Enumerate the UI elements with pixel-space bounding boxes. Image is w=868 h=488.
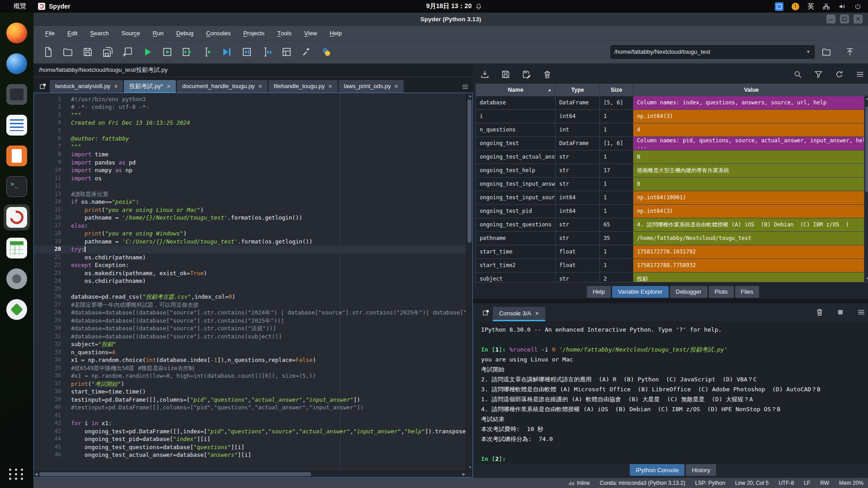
variable-value[interactable]: 4 — [633, 123, 868, 136]
variable-row[interactable]: ongoing_test_actual_answerstr1B — [476, 150, 868, 164]
browse-tabs-icon[interactable] — [36, 80, 50, 93]
run-file-button[interactable] — [139, 44, 156, 60]
maximize-pane-button[interactable] — [278, 44, 295, 60]
editor-tab[interactable]: laws_print_ods.py× — [339, 80, 404, 93]
menu-debug[interactable]: Debug — [170, 26, 200, 40]
close-icon[interactable]: × — [535, 310, 539, 317]
code-line[interactable]: 39testinput=pd.DataFrame([],columns=["pi… — [34, 396, 472, 404]
code-line[interactable]: 44 ongoing_test_pid=database["index"][i] — [34, 435, 472, 443]
search-button[interactable] — [791, 67, 805, 82]
variable-row[interactable]: ongoing_testDataFrame[1, 6]Column names:… — [476, 136, 868, 150]
status-conda-miniconda3-python-3-13-2-[interactable]: Conda: miniconda3 (Python 3.13.2) — [600, 480, 685, 486]
variable-value[interactable]: Column names: index, questions, answers,… — [633, 96, 868, 109]
code-line[interactable]: 3""" — [34, 111, 472, 119]
code-line[interactable]: 17else: — [34, 222, 472, 230]
run-cell-button[interactable] — [159, 44, 175, 60]
code-line[interactable]: 40#testinput=pd.DataFrame([],columns=["p… — [34, 404, 472, 412]
power-icon[interactable] — [854, 3, 862, 10]
dock-item-web-browser[interactable] — [4, 51, 30, 77]
code-line[interactable]: 43 ongoing_test=pd.DataFrame([],index=["… — [34, 427, 472, 436]
title-bar[interactable]: Spyder (Python 3.13) — [33, 13, 868, 26]
save-all-button[interactable] — [99, 44, 116, 60]
tab-plots[interactable]: Plots — [709, 286, 734, 298]
network-icon[interactable] — [822, 3, 830, 10]
variable-row[interactable]: ongoing_test_input_answerstr1B — [476, 177, 868, 191]
variable-row[interactable]: n_questionsint14 — [476, 123, 868, 136]
editor-tab[interactable]: 投顧考試.py*× — [124, 80, 176, 93]
refresh-button[interactable] — [832, 67, 847, 82]
variable-row[interactable]: ongoing_test_helpstr17後兩種是大型主機內建的專有作業系統 — [476, 164, 868, 177]
editor-tab[interactable]: filehandle_tougu.py× — [269, 80, 338, 93]
app-grid-button[interactable] — [9, 469, 24, 480]
variable-row[interactable]: pathnamestr35/home/fattabby/Nextcloud/to… — [476, 231, 868, 245]
editor-horizontal-scrollbar[interactable]: ◀ ▶ — [34, 471, 472, 477]
new-file-button[interactable] — [40, 44, 56, 60]
editor-tab[interactable]: twstock_analysis6.py× — [50, 80, 123, 93]
dock-item-document-writer[interactable] — [4, 112, 30, 138]
tab-ipython-console[interactable]: IPython Console — [630, 464, 684, 476]
code-line[interactable]: 25 — [34, 285, 472, 293]
code-line[interactable]: 29#database=database[(database["source"]… — [34, 317, 472, 325]
code-line[interactable]: 31#database=database[(database["source"]… — [34, 333, 472, 341]
menu-edit[interactable]: Edit — [61, 26, 84, 40]
browse-directory-button[interactable] — [818, 44, 835, 60]
debug-file-button[interactable] — [219, 44, 235, 60]
variable-value[interactable]: 1758172788.7758932 — [633, 259, 868, 272]
variable-row[interactable]: iint641np.int64(3) — [476, 109, 868, 123]
code-line[interactable]: 18 print("you are using Windows") — [34, 230, 472, 238]
console-tab[interactable]: Console 3/A × — [493, 307, 545, 320]
close-icon[interactable]: × — [395, 83, 398, 90]
import-data-button[interactable] — [477, 67, 492, 82]
variable-value[interactable]: 4. 請問哪種作業系統是自由軟體授權 (A) iOS (B) Debian (C… — [633, 218, 868, 231]
dock-item-firefox[interactable] — [4, 20, 30, 46]
code-line[interactable]: 41 — [34, 412, 472, 420]
save-button[interactable] — [80, 44, 96, 60]
run-selection-button[interactable] — [199, 44, 215, 60]
code-line[interactable]: 32subject="投顧" — [34, 340, 472, 348]
code-line[interactable]: 12 — [34, 182, 472, 190]
minimize-button[interactable] — [826, 14, 835, 23]
variable-value[interactable]: np.int64(3) — [633, 205, 868, 218]
debug-cell-button[interactable] — [239, 44, 255, 60]
code-line[interactable]: 15 print("you are using Linux or Mac") — [34, 206, 472, 214]
code-line[interactable]: 46 ongoing_test_actual_answer=database["… — [34, 451, 472, 459]
code-line[interactable]: 4Created on Fri Dec 13 16:13:25 2024 — [34, 119, 472, 127]
python-env-button[interactable] — [318, 44, 335, 60]
code-line[interactable]: 14if os.name=="posix": — [34, 198, 472, 206]
dock-item-libreoffice[interactable] — [4, 143, 30, 169]
dock-item-file-manager[interactable] — [4, 81, 30, 108]
menu-projects[interactable]: Projects — [237, 26, 271, 40]
variable-value[interactable]: /home/fattabby/Nextcloud/tougu_test — [633, 232, 868, 245]
variable-row[interactable]: start_timefloat11758172778.1031792 — [476, 245, 868, 258]
code-line[interactable]: 2# -*- coding: utf-8 -*- — [34, 103, 472, 111]
code-editor[interactable]: 1#!/usr/bin/env python32# -*- coding: ut… — [33, 93, 473, 478]
dock-item-settings[interactable] — [4, 266, 30, 292]
dock-item-calc[interactable] — [4, 235, 30, 261]
code-line[interactable]: 16 pathname = '/home/{}/Nextcloud/tougu_… — [34, 214, 472, 222]
variable-row[interactable]: ongoing_test_pidint641np.int64(3) — [476, 204, 868, 218]
menu-help[interactable]: Help — [323, 26, 348, 40]
status-rw[interactable]: RW — [820, 480, 829, 486]
run-cell-advance-button[interactable] — [179, 44, 195, 60]
close-icon[interactable]: × — [328, 83, 332, 90]
status-mem-20-[interactable]: Mem 20% — [839, 480, 863, 486]
code-line[interactable]: 26database=pd.read_csv("投顧考古題.csv",index… — [34, 293, 472, 301]
dock-item-terminal[interactable] — [4, 174, 30, 200]
volume-icon[interactable] — [838, 3, 846, 10]
variable-value[interactable]: 投顧 — [633, 272, 868, 282]
options-menu-button[interactable] — [854, 305, 868, 319]
close-icon[interactable]: × — [114, 83, 118, 90]
maximize-button[interactable] — [840, 14, 849, 23]
code-line[interactable]: 6@author: fattabby — [34, 135, 472, 143]
variable-row[interactable]: start_time2float11758172788.7758932 — [476, 258, 868, 272]
ipython-console[interactable]: IPython 8.30.0 -- An enhanced Interactiv… — [475, 321, 868, 464]
variable-row[interactable]: databaseDataFrame[5, 6]Column names: ind… — [476, 96, 868, 109]
variable-row[interactable]: ongoing_test_questionsstr654. 請問哪種作業系統是自… — [476, 218, 868, 231]
menu-file[interactable]: File — [39, 26, 61, 40]
variable-value[interactable]: 後兩種是大型主機內建的專有作業系統 — [633, 164, 868, 177]
notification-icon[interactable]: ! — [792, 3, 799, 10]
code-line[interactable]: 42for i in x1: — [34, 419, 472, 427]
close-button[interactable] — [854, 14, 863, 23]
status-inline[interactable]: Inline — [568, 480, 590, 486]
code-line[interactable]: 28#database=database[(database["source"]… — [34, 309, 472, 317]
